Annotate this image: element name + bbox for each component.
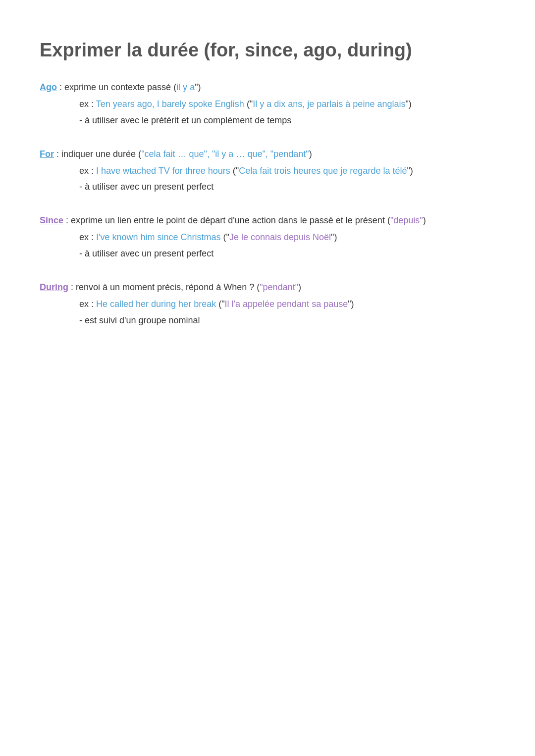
- keyword-for: For: [40, 149, 54, 159]
- example-line-for: ex : I have wtached TV for three hours (…: [79, 164, 495, 178]
- example-en-during: He called her during her break: [96, 299, 216, 309]
- section-during-title: During : renvoi à un moment précis, répo…: [40, 281, 495, 294]
- keyword-during: During: [40, 282, 68, 292]
- example-line-since: ex : I've known him since Christmas ("Je…: [79, 230, 495, 245]
- rule-since: - à utiliser avec un present perfect: [79, 247, 495, 261]
- example-fr-during: Il l'a appelée pendant sa pause: [225, 299, 348, 309]
- section-during-content: ex : He called her during her break ("Il…: [79, 297, 495, 328]
- rule-ago: - à utiliser avec le prétérit et un comp…: [79, 113, 495, 128]
- section-ago-content: ex : Ten years ago, I barely spoke Engli…: [79, 97, 495, 128]
- section-since: Since : exprime un lien entre le point d…: [40, 214, 495, 261]
- example-fr-ago: Il y a dix ans, je parlais à peine angla…: [253, 99, 405, 109]
- section-ago-title: Ago : exprime un contexte passé (il y a"…: [40, 81, 495, 94]
- rule-for: - à utiliser avec un present perfect: [79, 180, 495, 194]
- example-en-for: I have wtached TV for three hours: [96, 166, 230, 176]
- example-en-ago: Ten years ago, I barely spoke English: [96, 99, 244, 109]
- example-line-during: ex : He called her during her break ("Il…: [79, 297, 495, 311]
- example-fr-since: Je le connais depuis Noël: [229, 232, 331, 242]
- definition-colored-for: "cela fait … que", "il y a … que", "pend…: [141, 149, 309, 159]
- rule-during: - est suivi d'un groupe nominal: [79, 313, 495, 328]
- definition-colored-ago: il y a: [176, 82, 195, 92]
- section-since-content: ex : I've known him since Christmas ("Je…: [79, 230, 495, 261]
- example-en-since: I've known him since Christmas: [96, 232, 221, 242]
- section-for-title: For : indiquer une durée ("cela fait … q…: [40, 148, 495, 161]
- section-ago: Ago : exprime un contexte passé (il y a"…: [40, 81, 495, 128]
- keyword-ago: Ago: [40, 82, 57, 92]
- page-title: Exprimer la durée (for, since, ago, duri…: [40, 40, 495, 61]
- example-fr-for: Cela fait trois heures que je regarde la…: [239, 166, 407, 176]
- definition-colored-since: "depuis": [390, 215, 423, 225]
- section-during: During : renvoi à un moment précis, répo…: [40, 281, 495, 328]
- section-for: For : indiquer une durée ("cela fait … q…: [40, 148, 495, 195]
- section-for-content: ex : I have wtached TV for three hours (…: [79, 164, 495, 195]
- keyword-since: Since: [40, 215, 63, 225]
- section-since-title: Since : exprime un lien entre le point d…: [40, 214, 495, 227]
- example-line-ago: ex : Ten years ago, I barely spoke Engli…: [79, 97, 495, 111]
- definition-colored-during: "pendant": [260, 282, 298, 292]
